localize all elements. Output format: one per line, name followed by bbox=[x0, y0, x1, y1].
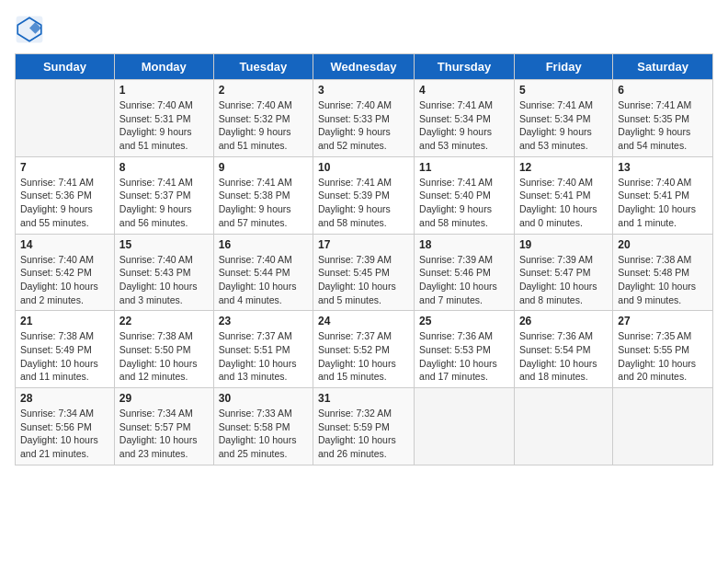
day-number: 13 bbox=[618, 161, 708, 174]
day-cell: 9Sunrise: 7:41 AM Sunset: 5:38 PM Daylig… bbox=[213, 156, 313, 234]
week-row-3: 14Sunrise: 7:40 AM Sunset: 5:42 PM Dayli… bbox=[16, 234, 713, 311]
day-info: Sunrise: 7:38 AM Sunset: 5:48 PM Dayligh… bbox=[618, 253, 708, 307]
day-number: 16 bbox=[219, 238, 308, 251]
col-header-thursday: Thursday bbox=[415, 54, 515, 80]
day-cell: 17Sunrise: 7:39 AM Sunset: 5:45 PM Dayli… bbox=[313, 234, 415, 311]
day-info: Sunrise: 7:32 AM Sunset: 5:59 PM Dayligh… bbox=[318, 407, 409, 461]
day-cell: 26Sunrise: 7:36 AM Sunset: 5:54 PM Dayli… bbox=[514, 311, 612, 388]
day-cell bbox=[16, 80, 115, 157]
day-cell: 15Sunrise: 7:40 AM Sunset: 5:43 PM Dayli… bbox=[114, 234, 213, 311]
day-info: Sunrise: 7:35 AM Sunset: 5:55 PM Dayligh… bbox=[618, 329, 708, 384]
day-number: 10 bbox=[318, 161, 409, 174]
day-info: Sunrise: 7:41 AM Sunset: 5:34 PM Dayligh… bbox=[519, 98, 608, 153]
week-row-4: 21Sunrise: 7:38 AM Sunset: 5:49 PM Dayli… bbox=[16, 311, 713, 388]
week-row-1: 1Sunrise: 7:40 AM Sunset: 5:31 PM Daylig… bbox=[16, 80, 713, 157]
day-number: 12 bbox=[519, 161, 608, 174]
day-info: Sunrise: 7:41 AM Sunset: 5:36 PM Dayligh… bbox=[20, 176, 109, 230]
day-info: Sunrise: 7:39 AM Sunset: 5:46 PM Dayligh… bbox=[419, 253, 509, 307]
day-number: 22 bbox=[119, 315, 209, 327]
day-cell: 4Sunrise: 7:41 AM Sunset: 5:34 PM Daylig… bbox=[415, 80, 515, 157]
day-info: Sunrise: 7:41 AM Sunset: 5:34 PM Dayligh… bbox=[419, 98, 509, 153]
column-headers: SundayMondayTuesdayWednesdayThursdayFrid… bbox=[16, 54, 713, 80]
day-number: 31 bbox=[318, 392, 409, 405]
day-cell bbox=[514, 388, 612, 465]
day-number: 17 bbox=[318, 238, 409, 251]
day-number: 25 bbox=[419, 315, 509, 327]
day-cell: 24Sunrise: 7:37 AM Sunset: 5:52 PM Dayli… bbox=[313, 311, 415, 388]
col-header-friday: Friday bbox=[514, 54, 612, 80]
day-info: Sunrise: 7:39 AM Sunset: 5:45 PM Dayligh… bbox=[318, 253, 409, 307]
day-info: Sunrise: 7:39 AM Sunset: 5:47 PM Dayligh… bbox=[519, 253, 608, 307]
day-number: 18 bbox=[419, 238, 509, 251]
day-cell: 7Sunrise: 7:41 AM Sunset: 5:36 PM Daylig… bbox=[16, 156, 115, 234]
day-cell: 12Sunrise: 7:40 AM Sunset: 5:41 PM Dayli… bbox=[514, 156, 612, 234]
col-header-saturday: Saturday bbox=[613, 54, 713, 80]
day-cell: 6Sunrise: 7:41 AM Sunset: 5:35 PM Daylig… bbox=[613, 80, 713, 157]
page-header bbox=[15, 15, 713, 44]
col-header-tuesday: Tuesday bbox=[213, 54, 313, 80]
day-cell: 14Sunrise: 7:40 AM Sunset: 5:42 PM Dayli… bbox=[16, 234, 115, 311]
day-info: Sunrise: 7:36 AM Sunset: 5:53 PM Dayligh… bbox=[419, 329, 509, 384]
day-info: Sunrise: 7:41 AM Sunset: 5:35 PM Dayligh… bbox=[618, 98, 708, 153]
day-number: 11 bbox=[419, 161, 509, 174]
day-cell: 5Sunrise: 7:41 AM Sunset: 5:34 PM Daylig… bbox=[514, 80, 612, 157]
day-number: 4 bbox=[419, 84, 509, 97]
col-header-sunday: Sunday bbox=[16, 54, 115, 80]
day-number: 28 bbox=[20, 392, 109, 405]
day-info: Sunrise: 7:36 AM Sunset: 5:54 PM Dayligh… bbox=[519, 329, 608, 384]
day-info: Sunrise: 7:41 AM Sunset: 5:39 PM Dayligh… bbox=[318, 176, 409, 230]
day-number: 5 bbox=[519, 84, 608, 97]
day-info: Sunrise: 7:40 AM Sunset: 5:42 PM Dayligh… bbox=[20, 253, 109, 307]
day-info: Sunrise: 7:37 AM Sunset: 5:51 PM Dayligh… bbox=[219, 329, 308, 384]
day-cell: 22Sunrise: 7:38 AM Sunset: 5:50 PM Dayli… bbox=[114, 311, 213, 388]
day-info: Sunrise: 7:34 AM Sunset: 5:56 PM Dayligh… bbox=[20, 407, 109, 461]
day-cell: 19Sunrise: 7:39 AM Sunset: 5:47 PM Dayli… bbox=[514, 234, 612, 311]
day-cell: 3Sunrise: 7:40 AM Sunset: 5:33 PM Daylig… bbox=[313, 80, 415, 157]
day-number: 3 bbox=[318, 84, 409, 97]
day-info: Sunrise: 7:33 AM Sunset: 5:58 PM Dayligh… bbox=[219, 407, 308, 461]
day-number: 29 bbox=[119, 392, 209, 405]
col-header-wednesday: Wednesday bbox=[313, 54, 415, 80]
day-cell: 21Sunrise: 7:38 AM Sunset: 5:49 PM Dayli… bbox=[16, 311, 115, 388]
day-number: 6 bbox=[618, 84, 708, 97]
day-info: Sunrise: 7:38 AM Sunset: 5:49 PM Dayligh… bbox=[20, 329, 109, 384]
day-cell: 28Sunrise: 7:34 AM Sunset: 5:56 PM Dayli… bbox=[16, 388, 115, 465]
logo-icon bbox=[15, 15, 44, 44]
day-info: Sunrise: 7:40 AM Sunset: 5:41 PM Dayligh… bbox=[519, 176, 608, 230]
day-info: Sunrise: 7:40 AM Sunset: 5:43 PM Dayligh… bbox=[119, 253, 209, 307]
day-number: 30 bbox=[219, 392, 308, 405]
col-header-monday: Monday bbox=[114, 54, 213, 80]
day-number: 26 bbox=[519, 315, 608, 327]
day-cell: 16Sunrise: 7:40 AM Sunset: 5:44 PM Dayli… bbox=[213, 234, 313, 311]
day-number: 8 bbox=[119, 161, 209, 174]
day-cell: 13Sunrise: 7:40 AM Sunset: 5:41 PM Dayli… bbox=[613, 156, 713, 234]
day-cell: 25Sunrise: 7:36 AM Sunset: 5:53 PM Dayli… bbox=[415, 311, 515, 388]
day-number: 20 bbox=[618, 238, 708, 251]
day-number: 14 bbox=[20, 238, 109, 251]
day-number: 21 bbox=[20, 315, 109, 327]
week-row-5: 28Sunrise: 7:34 AM Sunset: 5:56 PM Dayli… bbox=[16, 388, 713, 465]
day-cell: 29Sunrise: 7:34 AM Sunset: 5:57 PM Dayli… bbox=[114, 388, 213, 465]
day-cell: 20Sunrise: 7:38 AM Sunset: 5:48 PM Dayli… bbox=[613, 234, 713, 311]
day-cell: 10Sunrise: 7:41 AM Sunset: 5:39 PM Dayli… bbox=[313, 156, 415, 234]
day-cell: 27Sunrise: 7:35 AM Sunset: 5:55 PM Dayli… bbox=[613, 311, 713, 388]
day-number: 24 bbox=[318, 315, 409, 327]
day-cell: 11Sunrise: 7:41 AM Sunset: 5:40 PM Dayli… bbox=[415, 156, 515, 234]
day-info: Sunrise: 7:40 AM Sunset: 5:44 PM Dayligh… bbox=[219, 253, 308, 307]
day-info: Sunrise: 7:41 AM Sunset: 5:37 PM Dayligh… bbox=[119, 176, 209, 230]
day-info: Sunrise: 7:41 AM Sunset: 5:38 PM Dayligh… bbox=[219, 176, 308, 230]
day-info: Sunrise: 7:37 AM Sunset: 5:52 PM Dayligh… bbox=[318, 329, 409, 384]
week-row-2: 7Sunrise: 7:41 AM Sunset: 5:36 PM Daylig… bbox=[16, 156, 713, 234]
day-cell: 2Sunrise: 7:40 AM Sunset: 5:32 PM Daylig… bbox=[213, 80, 313, 157]
day-info: Sunrise: 7:41 AM Sunset: 5:40 PM Dayligh… bbox=[419, 176, 509, 230]
day-cell bbox=[613, 388, 713, 465]
day-number: 7 bbox=[20, 161, 109, 174]
day-cell bbox=[415, 388, 515, 465]
day-number: 2 bbox=[219, 84, 308, 97]
logo bbox=[15, 15, 48, 44]
day-info: Sunrise: 7:34 AM Sunset: 5:57 PM Dayligh… bbox=[119, 407, 209, 461]
day-number: 27 bbox=[618, 315, 708, 327]
day-number: 23 bbox=[219, 315, 308, 327]
calendar-table: SundayMondayTuesdayWednesdayThursdayFrid… bbox=[15, 53, 713, 465]
calendar-body: 1Sunrise: 7:40 AM Sunset: 5:31 PM Daylig… bbox=[16, 80, 713, 465]
